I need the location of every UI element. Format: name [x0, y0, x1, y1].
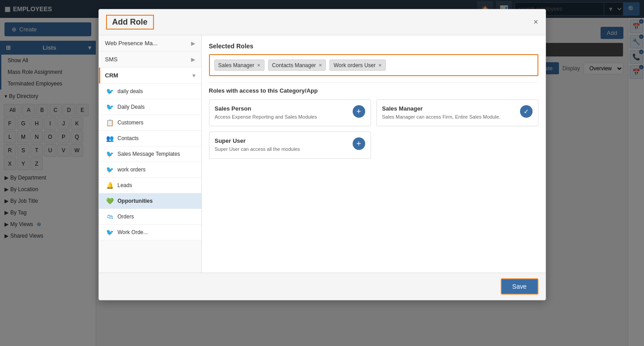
modal-body: Web Presence Ma... ▶ SMS ▶ CRM ▾ 🐦 — [99, 35, 546, 273]
role-name: Sales Manager — [382, 105, 501, 112]
chevron-down-icon: ▾ — [192, 73, 195, 79]
role-tag-sales-manager: Sales Manager × — [214, 60, 264, 71]
role-info-super-user: Super User Super User can access all the… — [215, 137, 300, 153]
item-label: Daily Deals — [118, 104, 145, 110]
category-crm[interactable]: CRM ▾ — [99, 68, 201, 84]
crm-item-contacts[interactable]: 👥 Contacts — [99, 131, 201, 146]
roles-panel: Selected Roles Sales Manager × Contacts … — [202, 35, 546, 273]
opportunities-icon: 💚 — [106, 197, 114, 205]
category-web-presence[interactable]: Web Presence Ma... ▶ — [99, 35, 201, 51]
role-tag-work-orders-user: Work orders User × — [329, 60, 385, 71]
category-sms[interactable]: SMS ▶ — [99, 51, 201, 68]
item-label: Contacts — [118, 135, 139, 141]
modal-header: Add Role × — [99, 9, 546, 35]
item-label: Leads — [118, 182, 132, 188]
item-label: Orders — [118, 214, 134, 220]
crm-item-orders[interactable]: 🛍 Orders — [99, 209, 201, 225]
modal-title: Add Role — [106, 15, 154, 30]
orders-icon: 🛍 — [106, 213, 114, 221]
item-label: Customers — [118, 120, 144, 126]
crm-item-opportunities[interactable]: 💚 Opportunities — [99, 193, 201, 209]
category-label: CRM — [105, 72, 119, 79]
work-orde-icon: 🐦 — [106, 228, 114, 236]
category-label: SMS — [105, 56, 118, 63]
crm-item-daily-deals[interactable]: 🐦 Daily Deals — [99, 99, 201, 115]
modal-footer: Save — [99, 273, 546, 300]
roles-with-access-label: Roles with access to this Category/App — [209, 82, 538, 94]
role-desc: Super User can access all the modules — [215, 146, 300, 153]
remove-contacts-manager[interactable]: × — [319, 62, 322, 68]
role-name: Super User — [215, 137, 300, 144]
role-desc: Sales Manager can access Firm, Entire Sa… — [382, 114, 501, 120]
check-sales-manager-button[interactable]: ✓ — [520, 105, 533, 118]
crm-item-work-orders[interactable]: 🐦 work orders — [99, 162, 201, 178]
role-info-sales-person: Sales Person Access Expense Reporting an… — [215, 105, 317, 120]
role-info-sales-manager: Sales Manager Sales Manager can access F… — [382, 105, 501, 120]
crm-item-daily-deals-lower[interactable]: 🐦 daily deals — [99, 84, 201, 99]
tag-label: Work orders User — [333, 62, 375, 68]
roles-grid: Sales Person Access Expense Reporting an… — [209, 99, 538, 159]
crm-item-customers[interactable]: 📋 Customers — [99, 115, 201, 131]
save-button[interactable]: Save — [501, 278, 538, 295]
sales-msg-icon: 🐦 — [106, 150, 114, 158]
item-label: work orders — [118, 167, 146, 173]
item-label: Sales Message Templates — [118, 151, 180, 157]
add-role-modal: Add Role × Web Presence Ma... ▶ SMS ▶ — [98, 9, 546, 300]
crm-item-leads[interactable]: 🔔 Leads — [99, 178, 201, 193]
chevron-right-icon: ▶ — [191, 40, 195, 47]
crm-item-sales-message[interactable]: 🐦 Sales Message Templates — [99, 146, 201, 162]
tag-label: Contacts Manager — [272, 62, 316, 68]
selected-roles-label: Selected Roles — [209, 43, 538, 50]
role-card-super-user: Super User Super User can access all the… — [209, 132, 371, 158]
add-sales-person-button[interactable]: + — [353, 105, 365, 118]
remove-sales-manager[interactable]: × — [257, 62, 260, 68]
category-panel: Web Presence Ma... ▶ SMS ▶ CRM ▾ 🐦 — [99, 35, 202, 273]
page-background: ▦ EMPLOYEES 🏠 📊 ▼ 🔍 ⊕ Create — [0, 0, 644, 346]
modal-close-button[interactable]: × — [533, 17, 538, 27]
crm-item-work-orde[interactable]: 🐦 Work Orde... — [99, 225, 201, 240]
item-label: daily deals — [118, 88, 143, 94]
category-label: Web Presence Ma... — [105, 40, 158, 47]
customers-icon: 📋 — [106, 119, 114, 127]
daily-deals-icon: 🐦 — [106, 87, 114, 95]
role-card-sales-manager: Sales Manager Sales Manager can access F… — [376, 99, 538, 126]
tag-label: Sales Manager — [218, 62, 255, 68]
crm-sub-items: 🐦 daily deals 🐦 Daily Deals 📋 Customers — [99, 84, 201, 240]
role-card-sales-person: Sales Person Access Expense Reporting an… — [209, 99, 371, 126]
modal-overlay: Add Role × Web Presence Ma... ▶ SMS ▶ — [0, 0, 644, 346]
role-tag-contacts-manager: Contacts Manager × — [268, 60, 326, 71]
item-label: Opportunities — [118, 198, 153, 204]
leads-icon: 🔔 — [106, 181, 114, 189]
chevron-right-icon: ▶ — [191, 56, 195, 63]
daily-deals-icon: 🐦 — [106, 103, 114, 111]
contacts-icon: 👥 — [106, 134, 114, 142]
role-desc: Access Expense Reporting and Sales Modul… — [215, 114, 317, 120]
work-orders-icon: 🐦 — [106, 166, 114, 174]
add-super-user-button[interactable]: + — [353, 137, 365, 150]
remove-work-orders-user[interactable]: × — [378, 62, 382, 68]
role-name: Sales Person — [215, 105, 317, 112]
item-label: Work Orde... — [118, 229, 148, 235]
selected-roles-container: Sales Manager × Contacts Manager × Work … — [209, 54, 538, 76]
